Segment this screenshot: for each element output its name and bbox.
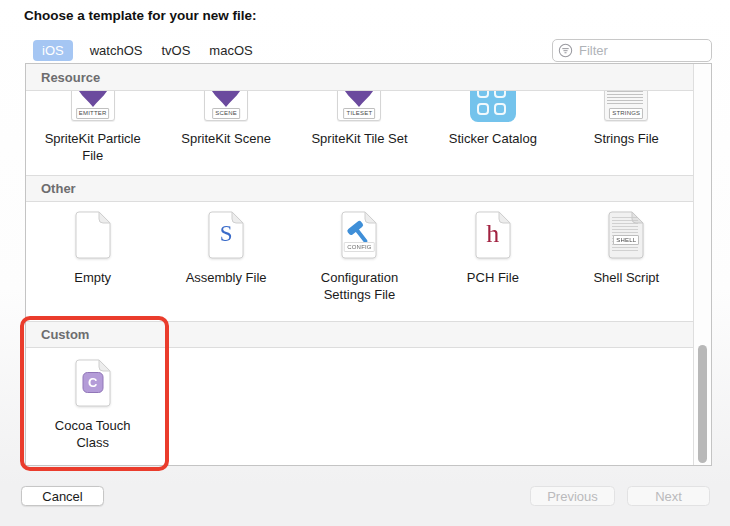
cancel-button[interactable]: Cancel [21, 486, 104, 506]
scrollbar-thumb[interactable] [698, 345, 707, 463]
custom-row: C Cocoa Touch Class [26, 348, 693, 465]
scene-badge: SCENE [212, 108, 240, 119]
template-item-label: Strings File [594, 130, 659, 164]
other-row: Empty S Assembly File [26, 202, 693, 321]
section-header-resource: Resource [26, 64, 693, 91]
cocoa-touch-class-icon: C [73, 359, 113, 407]
template-item-configuration-settings-file[interactable]: CONFIG Configuration Settings File [293, 211, 426, 303]
pch-file-icon: h [473, 211, 513, 259]
template-item-label: SpriteKit Tile Set [311, 130, 407, 164]
resource-row: EMITTER SpriteKit Particle File SCENE Sp… [26, 91, 693, 175]
emitter-badge: EMITTER [76, 108, 110, 119]
tab-watchos[interactable]: watchOS [88, 40, 145, 61]
previous-button[interactable]: Previous [530, 486, 615, 506]
template-item-sticker-catalog[interactable]: Sticker Catalog [426, 91, 559, 164]
template-item-cocoa-touch-class[interactable]: C Cocoa Touch Class [26, 359, 159, 451]
template-item-label: Configuration Settings File [304, 269, 414, 303]
blank-document-icon [73, 211, 113, 259]
template-item-assembly-file[interactable]: S Assembly File [159, 211, 292, 303]
template-item-label: SpriteKit Scene [181, 130, 271, 164]
template-item-label: Assembly File [186, 269, 267, 303]
spritekit-scene-icon: SCENE [202, 91, 250, 122]
template-item-label: PCH File [467, 269, 519, 303]
config-settings-file-icon: CONFIG [339, 211, 379, 259]
template-item-strings-file[interactable]: STRINGS Strings File [560, 91, 693, 164]
template-item-shell-script[interactable]: SHELL Shell Script [560, 211, 693, 303]
shell-script-icon: SHELL [606, 211, 646, 259]
template-list: Resource EMITTER SpriteKit Particle File [25, 63, 712, 466]
tab-macos[interactable]: macOS [207, 40, 254, 61]
tab-tvos[interactable]: tvOS [159, 40, 192, 61]
template-item-label: Shell Script [593, 269, 659, 303]
template-list-content: Resource EMITTER SpriteKit Particle File [26, 64, 693, 465]
spritekit-tile-set-icon: TILESET [335, 91, 383, 122]
dialog-title: Choose a template for your new file: [24, 8, 257, 23]
filter-input[interactable] [552, 39, 712, 62]
template-item-spritekit-tile-set[interactable]: TILESET SpriteKit Tile Set [293, 91, 426, 164]
config-badge: CONFIG [344, 242, 375, 252]
spritekit-particle-file-icon: EMITTER [69, 91, 117, 122]
sticker-catalog-icon [469, 91, 517, 122]
template-item-pch-file[interactable]: h PCH File [426, 211, 559, 303]
assembly-file-icon: S [206, 211, 246, 259]
assembly-s-glyph: S [206, 215, 246, 253]
next-button[interactable]: Next [627, 486, 710, 506]
template-item-label: Cocoa Touch Class [50, 417, 136, 451]
shell-badge: SHELL [613, 235, 639, 245]
section-header-resource-label: Resource [41, 70, 100, 85]
cocoa-c-glyph: C [82, 372, 103, 393]
template-item-label: SpriteKit Particle File [38, 130, 148, 164]
section-header-other-label: Other [41, 181, 76, 196]
strings-badge: STRINGS [609, 108, 643, 119]
section-header-other: Other [26, 175, 693, 202]
scrollbar-track[interactable] [693, 64, 711, 465]
template-item-label: Sticker Catalog [449, 130, 537, 164]
tab-ios[interactable]: iOS [33, 40, 73, 61]
filter-field-wrap [552, 39, 712, 62]
tileset-badge: TILESET [344, 108, 376, 119]
platform-tabbar: iOS watchOS tvOS macOS [33, 40, 255, 61]
template-item-empty[interactable]: Empty [26, 211, 159, 303]
pch-h-glyph: h [473, 215, 513, 253]
template-item-label: Empty [74, 269, 111, 303]
template-item-spritekit-particle-file[interactable]: EMITTER SpriteKit Particle File [26, 91, 159, 164]
template-item-spritekit-scene[interactable]: SCENE SpriteKit Scene [159, 91, 292, 164]
strings-file-icon: STRINGS [602, 91, 650, 122]
new-file-template-dialog: { "page": { "title": "Choose a template … [0, 0, 730, 526]
section-header-custom: Custom [26, 321, 693, 348]
section-header-custom-label: Custom [41, 327, 89, 342]
